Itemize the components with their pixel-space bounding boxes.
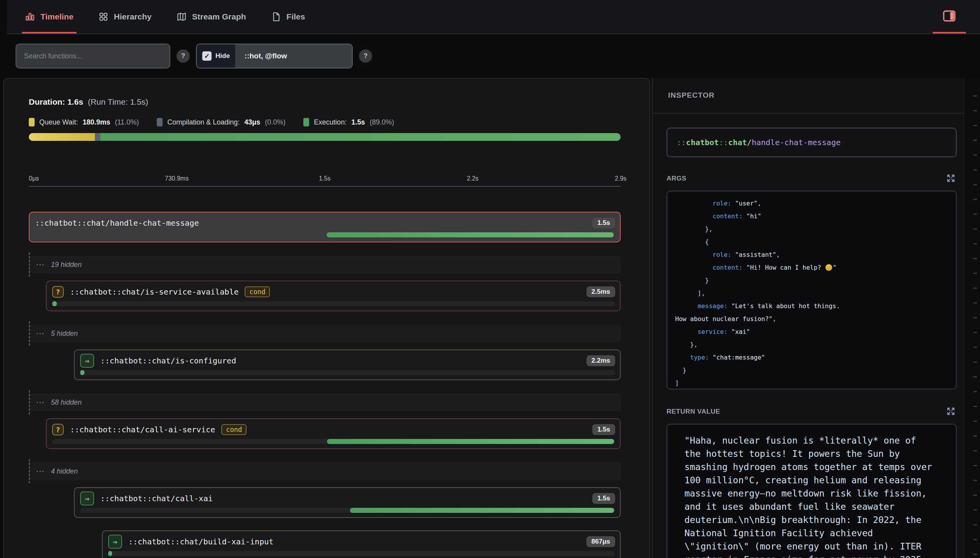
json-key: service:	[698, 328, 728, 335]
json-punct: ]	[675, 379, 679, 387]
span-duration-bar	[52, 301, 57, 306]
json-punct	[732, 200, 735, 207]
legend-percent: (89.0%)	[369, 118, 394, 126]
json-string: "assistant"	[735, 251, 776, 258]
json-string: "hi"	[746, 212, 761, 220]
duration-badge: 2.2ms	[586, 355, 615, 366]
span-duration-track	[108, 551, 615, 556]
code-line: content: "hi"	[675, 210, 948, 223]
legend-item: Compilation & Loading:43μs(0.0%)	[157, 118, 285, 126]
legend-value: 43μs	[244, 118, 260, 126]
span-row-header: ⇒::chatbot::chat/build-xai-input867μs	[108, 535, 615, 549]
span-row[interactable]: ::chatbot::chat/handle-chat-message1.5s	[29, 212, 621, 242]
legend-percent: (0.0%)	[265, 118, 285, 126]
conditional-badge-icon: ?	[52, 286, 64, 298]
json-key: content:	[712, 212, 742, 220]
legend-swatch	[303, 118, 309, 126]
json-punct: },	[675, 341, 698, 348]
function-name-segment-sep: /	[747, 138, 752, 147]
args-code-view[interactable]: role: "user", content: "hi" }, { role: "…	[667, 191, 957, 390]
code-line: {	[675, 235, 948, 248]
function-name-segment-ns: chatbot	[686, 138, 719, 147]
code-line: },	[675, 223, 948, 235]
compilation-segment	[95, 133, 100, 141]
return-value-view[interactable]: "Haha, nuclear fusion is *literally* one…	[667, 424, 957, 558]
tab-files[interactable]: Files	[270, 0, 307, 33]
axis-tick-label: 2.9s	[615, 175, 626, 182]
span-row-header: ⇒::chatbot::chat/is-configured2.2ms	[80, 354, 615, 368]
span-row[interactable]: ⇒::chatbot::chat/is-configured2.2ms	[74, 349, 621, 380]
json-key: message:	[698, 302, 728, 310]
tab-hierarchy[interactable]: Hierarchy	[97, 0, 153, 33]
function-name: ::chatbot::chat/handle-chat-message	[35, 218, 199, 228]
hidden-count-label: 58 hidden	[51, 398, 82, 407]
duration-badge: 1.5s	[592, 424, 615, 435]
json-string: "Let's talk about hot things.	[732, 302, 840, 310]
hidden-spans-row[interactable]: ⋯5 hidden	[29, 325, 621, 342]
main-area: Duration: 1.6s (Run Time: 1.5s) Queue Wa…	[0, 78, 980, 558]
hidden-spans-row[interactable]: ⋯58 hidden	[29, 393, 621, 411]
json-punct	[732, 251, 735, 258]
execution-segment	[100, 133, 621, 141]
search-input[interactable]	[16, 44, 170, 68]
selected-function-name: ::chatbot::chat/handle-chat-message	[667, 128, 957, 157]
span-duration-bar	[327, 232, 613, 237]
inspector-body: ::chatbot::chat/handle-chat-message ARGS	[653, 114, 980, 558]
filter-help-button[interactable]: ?	[359, 49, 372, 63]
span-row[interactable]: ⇒::chatbot::chat/build-xai-input867μs	[102, 530, 621, 558]
top-navigation: TimelineHierarchyStream GraphFiles	[7, 0, 980, 34]
legend-swatch	[29, 118, 35, 126]
inspector-panel-toggle-button[interactable]	[933, 0, 966, 33]
hidden-spans-row[interactable]: ⋯4 hidden	[29, 462, 621, 480]
duration-value: 1.6s	[67, 97, 83, 106]
legend-value: 1.5s	[351, 118, 365, 126]
span-duration-track	[52, 301, 615, 306]
legend-label: Queue Wait:	[39, 118, 78, 126]
map-icon	[177, 12, 187, 22]
return-value-expand-button[interactable]	[945, 406, 957, 418]
json-punct: ,	[776, 251, 780, 258]
tab-stream-graph[interactable]: Stream Graph	[175, 0, 248, 33]
span-row[interactable]: ⇒::chatbot::chat/call-xai1.5s	[74, 487, 621, 518]
hide-filter-input[interactable]: ::hot, @flow	[235, 44, 352, 68]
legend-value: 180.9ms	[82, 118, 110, 126]
json-punct	[742, 212, 746, 220]
code-line: How about nuclear fusion?",	[675, 312, 948, 325]
args-expand-button[interactable]	[945, 173, 957, 184]
tab-label: Stream Graph	[192, 12, 246, 21]
span-duration-track	[80, 508, 615, 513]
search-help-button[interactable]: ?	[177, 49, 190, 63]
json-punct: }	[675, 277, 709, 284]
tab-timeline[interactable]: Timeline	[23, 0, 75, 33]
args-label: ARGS	[667, 175, 686, 182]
span-row-header: ?::chatbot::chat/call-ai-servicecond1.5s	[52, 423, 615, 437]
json-string: "user"	[735, 200, 758, 207]
span-row-header: ::chatbot::chat/handle-chat-message1.5s	[35, 216, 615, 230]
code-line: service: "xai"	[675, 325, 948, 338]
json-punct	[675, 354, 690, 361]
conditional-badge-icon: ?	[52, 424, 64, 435]
duration-badge: 2.5ms	[586, 286, 615, 297]
span-row[interactable]: ?::chatbot::chat/is-service-availablecon…	[46, 281, 621, 311]
hide-checkbox[interactable]: ✓	[202, 51, 212, 61]
hidden-spans-row[interactable]: ⋯19 hidden	[29, 256, 621, 274]
json-punct: {	[675, 238, 709, 246]
duration-stacked-bar	[29, 133, 621, 141]
code-line: content: "Hi! How can I help? 😊"	[675, 261, 948, 274]
timeline-rows: ::chatbot::chat/handle-chat-message1.5s⋯…	[29, 212, 621, 558]
span-row[interactable]: ?::chatbot::chat/call-ai-servicecond1.5s	[46, 418, 621, 449]
legend-label: Compilation & Loading:	[167, 118, 240, 126]
inspector-scrollbar[interactable]	[964, 78, 980, 558]
time-axis-line	[29, 186, 621, 187]
json-punct	[728, 302, 732, 310]
expand-icon	[946, 412, 956, 418]
json-punct	[675, 328, 698, 335]
json-string: "Hi! How can I help? 😊"	[746, 264, 836, 271]
code-line: ],	[675, 287, 948, 300]
json-punct: ,	[772, 315, 776, 323]
flow-arrow-badge-icon: ⇒	[80, 354, 94, 368]
axis-tick-label: 0μs	[29, 175, 39, 182]
json-punct	[675, 200, 712, 207]
code-line: }	[675, 274, 948, 287]
nav-spacer	[306, 0, 933, 33]
